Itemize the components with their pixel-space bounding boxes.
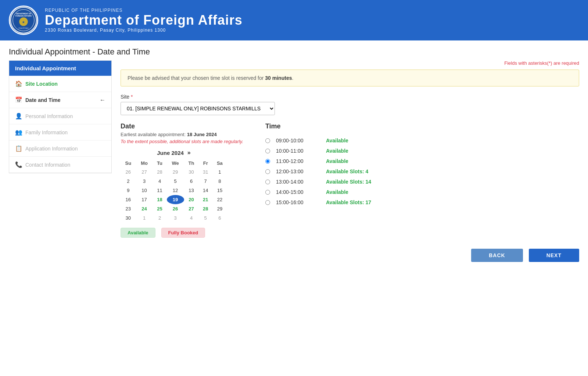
time-slot-label[interactable]: 09:00-10:00: [276, 138, 320, 143]
cal-day-sa: Sa: [212, 159, 227, 167]
cal-day-mo: Mo: [136, 159, 153, 167]
svg-text:FOREIGN AFFAIRS: FOREIGN AFFAIRS: [15, 15, 32, 17]
sidebar-item-label: Site Location: [25, 81, 58, 87]
notice-text-before: Please be advised that your chosen time …: [128, 75, 265, 81]
sidebar-item-family-info[interactable]: 👥 Family Information: [9, 124, 111, 141]
date-time-row: Date Earliest available appointment: 18 …: [121, 123, 579, 238]
page-title: Individual Appointment - Date and Time: [0, 40, 588, 60]
cal-cell: 5: [199, 213, 212, 223]
cal-day-fr: Fr: [199, 159, 212, 167]
cal-cell: 30: [121, 213, 136, 223]
cal-cell: 6: [184, 177, 199, 186]
time-slot-radio[interactable]: [265, 180, 270, 184]
dfa-seal: DEPARTMENT OF FOREIGN AFFAIRS ★ PHILIPPI…: [9, 6, 38, 35]
time-slot-label[interactable]: 14:00-15:00: [276, 189, 320, 195]
person-icon: 👤: [15, 113, 22, 120]
cal-cell: 17: [136, 195, 153, 204]
calendar-next-nav[interactable]: »: [187, 149, 191, 156]
cal-day-tu: Tu: [153, 159, 166, 167]
cal-cell: 22: [212, 195, 227, 204]
next-button[interactable]: NEXT: [529, 249, 579, 262]
time-title: Time: [265, 123, 390, 130]
required-note: Fields with asterisks(*) are required: [121, 60, 579, 66]
cal-cell: 16: [121, 195, 136, 204]
cal-day-we: We: [167, 159, 184, 167]
sidebar-item-label: Personal Information: [25, 113, 73, 119]
cal-cell: 4: [153, 177, 166, 186]
time-slot-label[interactable]: 13:00-14:00: [276, 179, 320, 185]
home-icon: 🏠: [15, 80, 22, 87]
time-slots-container: 09:00-10:00Available10:00-11:00Available…: [265, 138, 390, 205]
cal-cell: 8: [212, 177, 227, 186]
time-slot-radio[interactable]: [265, 169, 270, 174]
time-section: Time 09:00-10:00Available10:00-11:00Avai…: [265, 123, 390, 210]
cal-cell: 29: [212, 204, 227, 213]
sidebar: Individual Appointment 🏠 Site Location 📅…: [9, 60, 112, 173]
time-slot-status: Available: [326, 138, 348, 143]
time-slot-row: 14:00-15:00Available: [265, 189, 390, 195]
time-slot-label[interactable]: 12:00-13:00: [276, 169, 320, 174]
time-slot-label[interactable]: 11:00-12:00: [276, 158, 320, 164]
site-field: Site * 01. [SIMPLE RENEWAL ONLY] ROBINSO…: [121, 94, 579, 115]
date-section: Date Earliest available appointment: 18 …: [121, 123, 243, 238]
cal-cell: 11: [153, 186, 166, 195]
sidebar-item-application-info[interactable]: 📋 Application Information: [9, 141, 111, 157]
sidebar-item-site-location[interactable]: 🏠 Site Location: [9, 76, 111, 92]
cal-cell[interactable]: 27: [184, 204, 199, 213]
back-button[interactable]: BACK: [471, 249, 523, 262]
time-slot-radio[interactable]: [265, 190, 270, 195]
cal-cell: 29: [167, 167, 184, 177]
cal-cell: 30: [184, 167, 199, 177]
cal-cell[interactable]: 28: [199, 204, 212, 213]
time-slot-label[interactable]: 15:00-16:00: [276, 199, 320, 205]
cal-cell[interactable]: 21: [199, 195, 212, 204]
time-slot-row: 12:00-13:00Available Slots: 4: [265, 169, 390, 174]
cal-cell: 3: [167, 213, 184, 223]
cal-cell[interactable]: 24: [136, 204, 153, 213]
time-slot-radio[interactable]: [265, 149, 270, 153]
time-slot-status: Available: [326, 158, 348, 164]
cal-cell[interactable]: 20: [184, 195, 199, 204]
sidebar-item-date-time[interactable]: 📅 Date and Time ←: [9, 92, 111, 108]
calendar: June 2024 » Su Mo Tu We Th Fr: [121, 149, 227, 223]
required-asterisk: *: [131, 94, 133, 100]
svg-text:DEPARTMENT OF: DEPARTMENT OF: [16, 13, 31, 15]
cal-cell[interactable]: 19: [167, 195, 184, 204]
cal-cell[interactable]: 25: [153, 204, 166, 213]
cal-day-su: Su: [121, 159, 136, 167]
cal-cell: 2: [121, 177, 136, 186]
time-slot-status: Available Slots: 4: [326, 169, 368, 174]
site-select[interactable]: 01. [SIMPLE RENEWAL ONLY] ROBINSONS STAR…: [121, 102, 275, 115]
document-icon: 📋: [15, 145, 22, 152]
cal-cell: 5: [167, 177, 184, 186]
cal-cell: 27: [136, 167, 153, 177]
cal-cell: 1: [212, 167, 227, 177]
cal-cell: 9: [121, 186, 136, 195]
time-slot-radio[interactable]: [265, 138, 270, 143]
header-text: Republic of the Philippines Department o…: [45, 8, 243, 33]
time-slot-row: 15:00-16:00Available Slots: 17: [265, 199, 390, 205]
cal-cell: 10: [136, 186, 153, 195]
sidebar-item-contact-info[interactable]: 📞 Contact Information: [9, 157, 111, 173]
calendar-month-year: June 2024: [157, 150, 184, 156]
sidebar-item-personal-info[interactable]: 👤 Personal Information: [9, 108, 111, 124]
phone-icon: 📞: [15, 161, 22, 168]
time-slot-radio[interactable]: [265, 200, 270, 205]
header-title: Department of Foreign Affairs: [45, 13, 243, 28]
earliest-appt: Earliest available appointment: 18 June …: [121, 132, 243, 137]
earliest-date: 18 June 2024: [187, 132, 217, 137]
sidebar-item-label: Application Information: [25, 146, 78, 152]
notice-highlight: 30 minutes: [265, 75, 292, 81]
sidebar-item-label: Date and Time: [25, 97, 60, 103]
svg-text:PHILIPPINES: PHILIPPINES: [19, 27, 29, 29]
legend-available: Available: [121, 228, 155, 238]
time-slot-radio[interactable]: [265, 159, 270, 164]
cal-cell[interactable]: 18: [153, 195, 166, 204]
time-slot-status: Available Slots: 14: [326, 179, 371, 185]
cal-cell: 14: [199, 186, 212, 195]
cal-cell: 2: [153, 213, 166, 223]
cal-cell: 3: [136, 177, 153, 186]
cal-cell[interactable]: 26: [167, 204, 184, 213]
time-slot-label[interactable]: 10:00-11:00: [276, 148, 320, 154]
time-slot-status: Available: [326, 148, 348, 154]
